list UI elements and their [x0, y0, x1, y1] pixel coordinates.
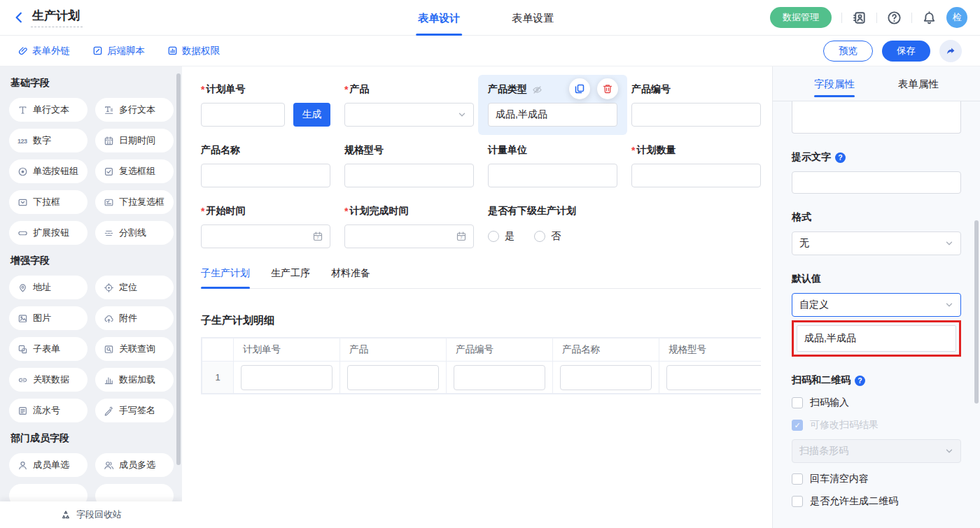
product-select[interactable]	[344, 103, 474, 127]
radio-yes[interactable]: 是	[488, 230, 514, 243]
tab-production-process[interactable]: 生产工序	[271, 267, 310, 288]
page-title[interactable]: 生产计划	[31, 8, 83, 27]
sidebar-item-divider[interactable]: 分割线	[95, 221, 174, 245]
backend-script-link[interactable]: 后端脚本	[92, 45, 145, 57]
field-finish-time[interactable]: 计划完成时间 7	[344, 204, 474, 248]
sidebar-item-single-line-text[interactable]: 单行文本	[9, 98, 88, 122]
sidebar-item-address[interactable]: 地址	[9, 276, 88, 299]
recycle-icon	[60, 509, 71, 520]
product-code-input[interactable]	[631, 103, 761, 127]
qty-input[interactable]	[631, 164, 761, 187]
field-qty[interactable]: 计划数量	[631, 143, 761, 187]
sidebar-item-attachment[interactable]: 附件	[95, 306, 174, 330]
sidebar-item-member-single[interactable]: 成员单选	[9, 453, 88, 477]
sidebar-item-serial-number[interactable]: 流水号	[9, 399, 88, 422]
data-manage-button[interactable]: 数据管理	[770, 7, 832, 28]
finish-time-input[interactable]: 7	[344, 224, 474, 248]
item-label: 流水号	[33, 404, 60, 417]
sidebar-item-member-multi[interactable]: 成员多选	[95, 453, 174, 477]
notification-bell-icon[interactable]	[922, 10, 937, 25]
cell-plan-no-input[interactable]	[241, 365, 332, 390]
item-label: 手写签名	[119, 404, 155, 417]
checkbox-allow-qr[interactable]: 是否允许生成二维码	[792, 495, 961, 508]
sidebar-item-signature[interactable]: 手写签名	[95, 399, 174, 422]
field-has-sub-plan[interactable]: 是否有下级生产计划 是 否	[488, 204, 617, 248]
sidebar-item-multi-line-text[interactable]: 多行文本	[95, 98, 174, 122]
unit-input[interactable]	[488, 164, 617, 187]
copy-field-button[interactable]	[569, 78, 590, 99]
product-name-input[interactable]	[201, 164, 330, 187]
sidebar-item-checkbox-group[interactable]: 复选框组	[95, 159, 174, 183]
field-product-type-selected[interactable]: 产品类型 成品,半成品	[478, 75, 627, 135]
sidebar-item-extend-button[interactable]: 扩展按钮	[9, 221, 88, 245]
checkbox-scan-input[interactable]: 扫码输入	[792, 397, 961, 409]
chain-icon	[18, 375, 28, 385]
field-plan-no[interactable]: 计划单号 生成	[201, 83, 330, 127]
tab-material-prep[interactable]: 材料准备	[331, 267, 370, 288]
data-permission-link[interactable]: 数据权限	[167, 45, 220, 57]
tip-input[interactable]	[792, 171, 961, 194]
sidebar-item-location[interactable]: 定位	[95, 276, 174, 299]
user-avatar[interactable]: 检	[946, 7, 967, 28]
link-icon	[18, 45, 28, 56]
tab-field-properties[interactable]: 字段属性	[814, 66, 855, 101]
field-product-code[interactable]: 产品编号	[631, 83, 761, 127]
cell-product-code-input[interactable]	[454, 365, 545, 390]
field-spec[interactable]: 规格型号	[344, 143, 474, 187]
field-label-text: 产品类型	[488, 83, 527, 96]
col-plan-no: 计划单号	[234, 338, 340, 362]
preview-button[interactable]: 预览	[823, 41, 873, 62]
radio-no[interactable]: 否	[534, 230, 561, 243]
share-button[interactable]	[939, 40, 962, 62]
sidebar-item-number[interactable]: 123数字	[9, 129, 88, 152]
field-start-time[interactable]: 开始时间 7	[201, 204, 330, 248]
form-external-link[interactable]: 表单外链	[18, 45, 70, 57]
sidebar-item-datetime[interactable]: 日期时间	[95, 129, 174, 152]
tab-form-design[interactable]: 表单设计	[418, 0, 460, 36]
tab-sub-production-plan[interactable]: 子生产计划	[201, 267, 250, 288]
sidebar-item-linked-data[interactable]: 关联数据	[9, 368, 88, 392]
cell-product-input[interactable]	[347, 365, 439, 390]
sidebar-item-data-load[interactable]: 数据加载	[95, 368, 174, 392]
item-label: 下拉框	[33, 196, 60, 208]
field-label: 计划数量	[631, 143, 761, 157]
save-button[interactable]: 保存	[882, 41, 930, 62]
checkbox-clear-on-enter[interactable]: 回车清空内容	[792, 473, 961, 485]
spec-input[interactable]	[344, 164, 474, 187]
sidebar-item-subform[interactable]: 子表单	[9, 337, 88, 361]
help-icon[interactable]	[887, 10, 902, 25]
question-mark-icon[interactable]: ?	[855, 376, 865, 386]
default-value-select[interactable]: 自定义	[792, 293, 961, 317]
delete-field-button[interactable]	[597, 78, 618, 99]
question-mark-icon[interactable]: ?	[835, 152, 846, 163]
sidebar-item-radio-group[interactable]: 单选按钮组	[9, 159, 88, 183]
generate-button[interactable]: 生成	[293, 103, 330, 127]
tab-form-settings[interactable]: 表单设置	[512, 0, 554, 36]
sidebar-item-image[interactable]: 图片	[9, 306, 88, 330]
radio-label: 否	[551, 230, 561, 243]
cell-product-name-input[interactable]	[560, 365, 652, 390]
pen-icon	[104, 406, 114, 416]
script-icon	[92, 45, 103, 56]
field-product[interactable]: 产品	[344, 83, 474, 127]
item-label: 日期时间	[119, 134, 155, 147]
item-label: 图片	[33, 312, 51, 324]
field-unit[interactable]: 计量单位	[488, 143, 617, 187]
sidebar-item-multiselect[interactable]: 下拉复选框	[95, 190, 174, 214]
clipped-input[interactable]	[792, 101, 961, 134]
sidebar-item-select[interactable]: 下拉框	[9, 190, 88, 214]
back-icon[interactable]	[13, 11, 25, 24]
field-recycle-bin[interactable]: 字段回收站	[0, 501, 182, 528]
format-select[interactable]: 无	[792, 231, 961, 255]
field-product-name[interactable]: 产品名称	[201, 143, 330, 187]
sidebar-scrollbar[interactable]	[176, 73, 181, 465]
tab-form-properties[interactable]: 表单属性	[898, 66, 939, 101]
cell-spec-input[interactable]	[666, 365, 761, 390]
default-custom-input[interactable]: 成品,半成品	[797, 325, 956, 352]
product-type-input[interactable]: 成品,半成品	[488, 103, 617, 127]
start-time-input[interactable]: 7	[201, 224, 330, 248]
plan-no-input[interactable]	[201, 103, 285, 127]
sidebar-item-lookup[interactable]: 关联查询	[95, 337, 174, 361]
contacts-icon[interactable]	[852, 10, 867, 25]
panel-scrollbar[interactable]	[974, 220, 979, 404]
